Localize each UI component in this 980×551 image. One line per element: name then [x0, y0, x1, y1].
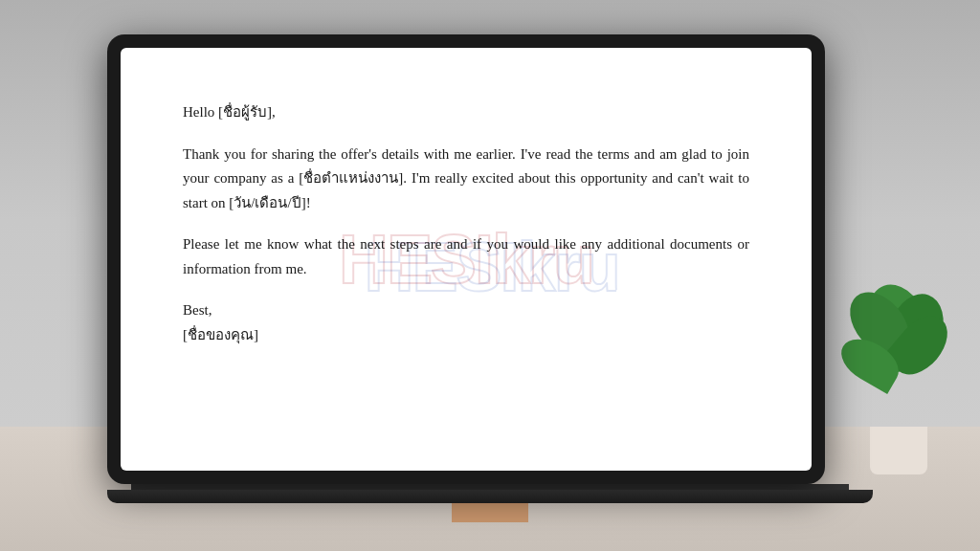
letter-closing: Best, [ชื่อของคุณ] — [183, 298, 749, 347]
laptop-screen: HESIkru HESIkru Hello [ชื่อผู้รับ], Than… — [121, 48, 812, 471]
letter-paragraph-2: Please let me know what the next steps a… — [183, 232, 749, 281]
plant-pot — [870, 427, 927, 474]
letter-paragraph-1: Thank you for sharing the offer's detail… — [183, 143, 749, 216]
signature: [ชื่อของคุณ] — [183, 323, 749, 348]
closing-word: Best, — [183, 298, 749, 323]
laptop-base — [107, 490, 873, 503]
scene: HESIkru HESIkru Hello [ชื่อผู้รับ], Than… — [0, 0, 980, 551]
letter-greeting: Hello [ชื่อผู้รับ], — [183, 100, 749, 125]
letter-body: Hello [ชื่อผู้รับ], Thank you for sharin… — [121, 48, 812, 386]
laptop-screen-outer: HESIkru HESIkru Hello [ชื่อผู้รับ], Than… — [107, 34, 825, 484]
laptop: HESIkru HESIkru Hello [ชื่อผู้รับ], Than… — [107, 34, 873, 503]
